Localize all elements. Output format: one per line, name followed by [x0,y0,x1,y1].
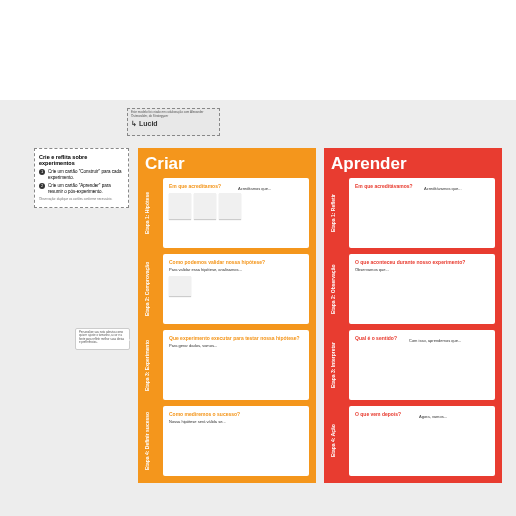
instruction-text-2: Crie um cartão "Aprender" para resumir o… [48,183,124,195]
instruction-text-1: Crie um cartão "Construir" para cada exp… [48,169,124,181]
aprender-section-4: Etapa 4: Ação O que vem depois? Agora, v… [331,406,495,476]
criar-section-1: Etapa 1: Hipótese Em que acreditamos? Ac… [145,178,309,248]
card-question: Que experimento executar para testar nos… [169,335,303,341]
aprender-title: Aprender [331,154,495,174]
criar-panel[interactable]: Criar Etapa 1: Hipótese Em que acreditam… [138,148,316,483]
card-hint: Acreditamos que... [238,186,271,191]
card-hint: Com isso, aprendemos que... [409,338,461,343]
criar-section-2: Etapa 2: Comprovação Como podemos valida… [145,254,309,324]
aprender-step3-label: Etapa 3: Interpretar [331,330,349,400]
card-hint: Para gerar dados, vamos... [169,343,303,348]
instruction-row: 2 Crie um cartão "Aprender" para resumir… [39,183,124,195]
criar-step1-label: Etapa 1: Hipótese [145,178,163,248]
card-question: Como mediremos o sucesso? [169,411,303,417]
card-hint: Acreditávamos que... [424,186,462,191]
instruction-row: 1 Crie um cartão "Construir" para cada e… [39,169,124,181]
brand-box[interactable]: Este modelo foi criado em colaboração co… [127,108,220,136]
badge-1: 1 [39,169,45,175]
instructions-note: Observação: duplique os cartões conforme… [39,198,124,202]
card-hint: Para validar essa hipótese, analisamos..… [169,267,303,272]
criar-step3-card[interactable]: Que experimento executar para testar nos… [163,330,309,400]
badge-2: 2 [39,183,45,189]
aprender-step4-label: Etapa 4: Ação [331,406,349,476]
aprender-step2-card[interactable]: O que aconteceu durante nosso experiment… [349,254,495,324]
aprender-section-3: Etapa 3: Interpretar Qual é o sentido? C… [331,330,495,400]
sticky-note[interactable] [169,276,191,296]
aprender-step4-card[interactable]: O que vem depois? Agora, vamos... [349,406,495,476]
aprender-step3-card[interactable]: Qual é o sentido? Com isso, aprendemos q… [349,330,495,400]
criar-title: Criar [145,154,309,174]
criar-step3-label: Etapa 3: Experimento [145,330,163,400]
card-hint: Agora, vamos... [419,414,447,419]
criar-step2-label: Etapa 2: Comprovação [145,254,163,324]
instructions-title: Crie e reflita sobre experimentos [39,154,124,166]
criar-section-3: Etapa 3: Experimento Que experimento exe… [145,330,309,400]
lucid-logo: ↳ Lucid [131,120,216,128]
card-hint: Nossa hipótese será válida se... [169,419,303,424]
sticky-note[interactable] [169,193,191,219]
aprender-step1-label: Etapa 1: Refletir [331,178,349,248]
card-question: Como podemos validar nossa hipótese? [169,259,303,265]
criar-step2-card[interactable]: Como podemos validar nossa hipótese? Par… [163,254,309,324]
criar-section-4: Etapa 4: Definir sucesso Como mediremos … [145,406,309,476]
criar-step1-card[interactable]: Em que acreditamos? Acreditamos que... [163,178,309,248]
aprender-section-1: Etapa 1: Refletir Em que acreditávamos? … [331,178,495,248]
brand-hint: Este modelo foi criado em colaboração co… [131,111,216,118]
canvas[interactable]: Este modelo foi criado em colaboração co… [0,100,516,516]
tooltip[interactable]: Personalize sua nota adesiva como quiser… [75,328,130,350]
criar-step4-label: Etapa 4: Definir sucesso [145,406,163,476]
card-question: Em que acreditamos? [169,183,303,189]
criar-step4-card[interactable]: Como mediremos o sucesso? Nossa hipótese… [163,406,309,476]
aprender-section-2: Etapa 2: Observação O que aconteceu dura… [331,254,495,324]
sticky-note[interactable] [194,193,216,219]
sticky-note[interactable] [219,193,241,219]
card-question: Em que acreditávamos? [355,183,489,189]
aprender-step2-label: Etapa 2: Observação [331,254,349,324]
instructions-panel[interactable]: Crie e reflita sobre experimentos 1 Crie… [34,148,129,208]
card-question: O que aconteceu durante nosso experiment… [355,259,489,265]
card-hint: Observamos que... [355,267,489,272]
aprender-step1-card[interactable]: Em que acreditávamos? Acreditávamos que.… [349,178,495,248]
aprender-panel[interactable]: Aprender Etapa 1: Refletir Em que acredi… [324,148,502,483]
